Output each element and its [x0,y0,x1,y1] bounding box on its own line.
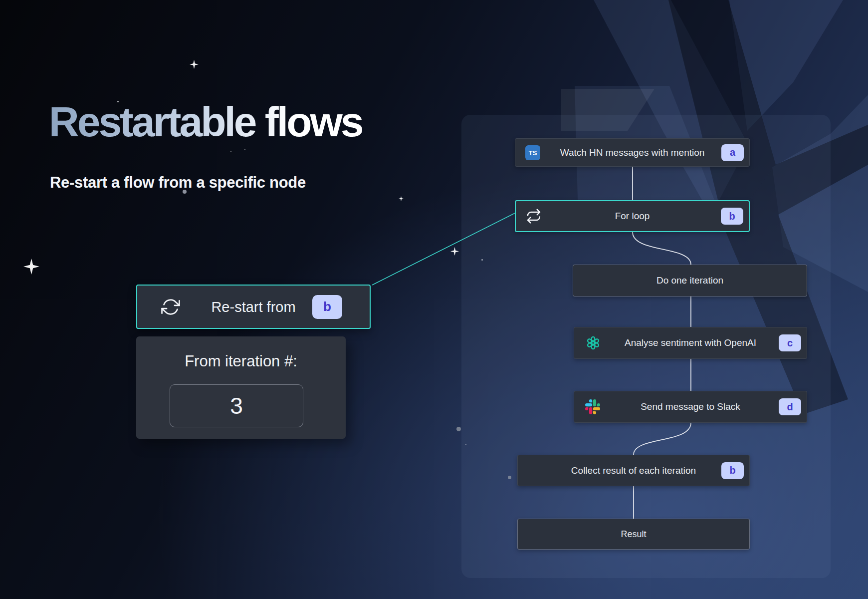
node-label: Collect result of each iteration [518,465,749,476]
node-badge: a [721,144,744,161]
star-dot [456,427,461,431]
flow-node-watch-hn[interactable]: TS Watch HN messages with mention a [515,138,750,167]
node-badge: b [721,462,744,479]
sparkle-icon [190,60,199,69]
flow-node-slack[interactable]: Send message to Slack d [574,391,807,423]
node-badge: b [721,208,743,225]
node-label: Send message to Slack [574,401,807,412]
flow-node-result[interactable]: Result [517,519,750,550]
hero-banner: Restartable flows Re-start a flow from a… [0,0,868,599]
flow-node-openai[interactable]: Analyse sentiment with OpenAI c [574,327,807,359]
node-label: Do one iteration [573,275,807,286]
node-badge: d [779,398,801,415]
page-title: Restartable flows [49,99,362,145]
flow-node-for-loop[interactable]: For loop b [515,200,750,232]
iteration-label: From iteration #: [136,352,346,370]
star-dot [230,151,231,152]
node-badge: c [779,334,801,351]
sparkle-icon [399,196,404,201]
restart-from-node[interactable]: Re-start from b [136,285,371,329]
page-subtitle: Re-start a flow from a specific node [50,174,306,192]
sparkle-icon [450,247,459,256]
sparkle-icon [23,259,39,275]
flow-node-do-one-iteration[interactable]: Do one iteration [573,265,807,297]
star-dot [244,149,245,150]
flow-node-collect-result[interactable]: Collect result of each iteration b [517,455,750,486]
node-label: Analyse sentiment with OpenAI [574,337,807,348]
restart-badge: b [312,295,342,319]
iteration-panel: From iteration #: 3 [136,336,346,439]
node-label: For loop [516,211,749,222]
node-label: Result [518,529,749,540]
iteration-number-input[interactable]: 3 [170,384,303,427]
node-label: Watch HN messages with mention [515,147,749,158]
